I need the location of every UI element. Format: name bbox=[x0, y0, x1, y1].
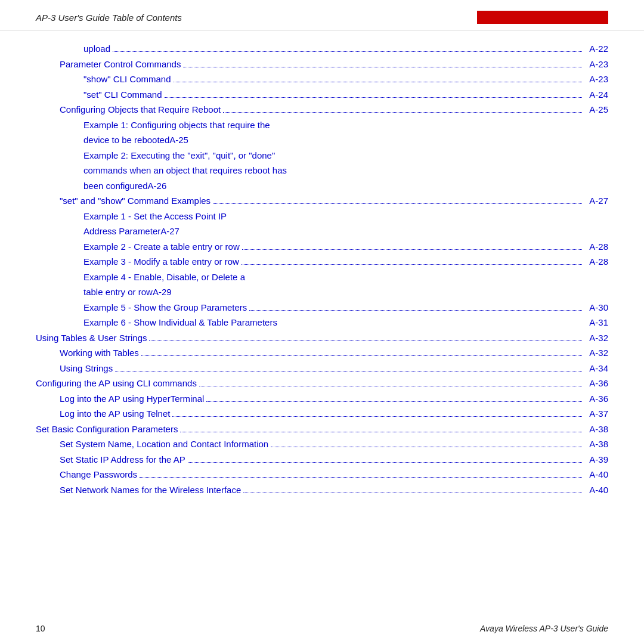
page-ref: A-28 bbox=[584, 239, 608, 255]
page-ref: A-32 bbox=[584, 345, 608, 361]
page-ref: A-23 bbox=[584, 57, 608, 72]
entry-label: "set" CLI Command bbox=[83, 87, 162, 103]
list-item[interactable]: "set" CLI CommandA-24 bbox=[36, 87, 608, 103]
list-item[interactable]: Using Tables & User StringsA-32 bbox=[36, 330, 608, 346]
entry-label: Log into the AP using Telnet bbox=[60, 406, 170, 422]
page-header: AP-3 User's Guide Table of Contents bbox=[0, 0, 644, 30]
footer-book-title: Avaya Wireless AP-3 User's Guide bbox=[480, 624, 608, 633]
page-ref: A-24 bbox=[584, 87, 608, 103]
entry-label: device to be rebooted bbox=[83, 132, 169, 148]
entry-label: Configuring the AP using CLI commands bbox=[36, 376, 197, 391]
entry-label: Using Tables & User Strings bbox=[36, 330, 147, 346]
entry-label: Set Network Names for the Wireless Inter… bbox=[60, 482, 241, 498]
entry-label: commands when an object that requires re… bbox=[83, 165, 287, 175]
list-item[interactable]: Example 5 - Show the Group ParametersA-3… bbox=[36, 300, 608, 315]
list-item[interactable]: Configuring the AP using CLI commandsA-3… bbox=[36, 376, 608, 391]
entry-label: Example 5 - Show the Group Parameters bbox=[83, 300, 247, 315]
entry-label: "show" CLI Command bbox=[83, 72, 171, 87]
list-item[interactable]: Example 2 - Create a table entry or rowA… bbox=[36, 239, 608, 255]
page-ref: A-36 bbox=[584, 391, 608, 407]
page-ref: A-39 bbox=[584, 452, 608, 467]
list-item[interactable]: Example 3 - Modify a table entry or rowA… bbox=[36, 254, 608, 270]
entry-label: Configuring Objects that Require Reboot bbox=[60, 102, 221, 117]
page-ref: A-38 bbox=[584, 422, 608, 437]
list-item[interactable]: Example 1: Configuring objects that requ… bbox=[36, 117, 608, 148]
entry-label: Example 6 - Show Individual & Table Para… bbox=[83, 315, 277, 330]
page-ref: A-28 bbox=[584, 254, 608, 270]
page-ref: A-29 bbox=[153, 284, 172, 300]
entry-label: Set System Name, Location and Contact In… bbox=[60, 436, 268, 452]
page-ref: A-26 bbox=[148, 178, 167, 194]
page-ref: A-40 bbox=[584, 482, 608, 498]
page-ref: A-22 bbox=[584, 41, 608, 57]
page-ref: A-25 bbox=[584, 102, 608, 117]
list-item[interactable]: Set System Name, Location and Contact In… bbox=[36, 436, 608, 452]
page-ref: A-23 bbox=[584, 72, 608, 87]
page-ref: A-30 bbox=[584, 300, 608, 315]
page-ref: A-32 bbox=[584, 330, 608, 346]
page-ref: A-40 bbox=[584, 467, 608, 482]
list-item[interactable]: Example 2: Executing the "exit", "quit",… bbox=[36, 148, 608, 194]
entry-label: Change Passwords bbox=[60, 467, 137, 482]
entry-label: Log into the AP using HyperTerminal bbox=[60, 391, 204, 407]
page-ref: A-31 bbox=[584, 315, 608, 330]
entry-label: Set Basic Configuration Parameters bbox=[36, 422, 178, 437]
list-item[interactable]: Using StringsA-34 bbox=[36, 361, 608, 376]
page-ref: A-34 bbox=[584, 361, 608, 376]
list-item[interactable]: "set" and "show" Command ExamplesA-27 bbox=[36, 193, 608, 209]
page-footer: 10 Avaya Wireless AP-3 User's Guide bbox=[0, 618, 644, 644]
page-ref: A-36 bbox=[584, 376, 608, 391]
toc-content: uploadA-22Parameter Control CommandsA-23… bbox=[0, 30, 644, 618]
entry-label: Example 2: Executing the "exit", "quit",… bbox=[83, 150, 275, 160]
list-item[interactable]: uploadA-22 bbox=[36, 41, 608, 57]
list-item[interactable]: Change PasswordsA-40 bbox=[36, 467, 608, 482]
list-item[interactable]: Log into the AP using HyperTerminalA-36 bbox=[36, 391, 608, 407]
entry-label: table entry or row bbox=[83, 284, 153, 300]
entry-label: "set" and "show" Command Examples bbox=[60, 193, 210, 209]
entry-label: Example 2 - Create a table entry or row bbox=[83, 239, 240, 255]
header-title: AP-3 User's Guide Table of Contents bbox=[36, 13, 182, 23]
entry-label: been configured bbox=[83, 178, 148, 194]
list-item[interactable]: Set Basic Configuration ParametersA-38 bbox=[36, 422, 608, 437]
entry-label: Using Strings bbox=[60, 361, 113, 376]
entry-label: Example 1: Configuring objects that requ… bbox=[83, 120, 270, 130]
page-ref: A-25 bbox=[169, 132, 188, 148]
entry-label: Parameter Control Commands bbox=[60, 57, 181, 72]
page-ref: A-27 bbox=[160, 224, 179, 239]
entry-label: Set Static IP Address for the AP bbox=[60, 452, 185, 467]
page-ref: A-27 bbox=[584, 193, 608, 209]
entry-label: Example 1 - Set the Access Point IP bbox=[83, 211, 227, 221]
page: AP-3 User's Guide Table of Contents uplo… bbox=[0, 0, 644, 644]
list-item[interactable]: Set Static IP Address for the APA-39 bbox=[36, 452, 608, 467]
entry-label: Working with Tables bbox=[60, 345, 139, 361]
page-ref: A-38 bbox=[584, 436, 608, 452]
entry-label: Example 4 - Enable, Disable, or Delete a bbox=[83, 272, 245, 282]
list-item[interactable]: Log into the AP using TelnetA-37 bbox=[36, 406, 608, 422]
list-item[interactable]: "show" CLI CommandA-23 bbox=[36, 72, 608, 87]
list-item[interactable]: Example 1 - Set the Access Point IPAddre… bbox=[36, 209, 608, 239]
entry-label: Example 3 - Modify a table entry or row bbox=[83, 254, 239, 270]
header-bar bbox=[477, 11, 608, 24]
list-item[interactable]: Example 4 - Enable, Disable, or Delete a… bbox=[36, 270, 608, 300]
footer-page-number: 10 bbox=[36, 624, 45, 633]
page-ref: A-37 bbox=[584, 406, 608, 422]
list-item[interactable]: Set Network Names for the Wireless Inter… bbox=[36, 482, 608, 498]
list-item[interactable]: Configuring Objects that Require RebootA… bbox=[36, 102, 608, 117]
list-item[interactable]: Parameter Control CommandsA-23 bbox=[36, 57, 608, 72]
list-item[interactable]: Example 6 - Show Individual & Table Para… bbox=[36, 315, 608, 330]
entry-label: Address Parameter bbox=[83, 224, 160, 239]
entry-label: upload bbox=[83, 41, 110, 57]
list-item[interactable]: Working with TablesA-32 bbox=[36, 345, 608, 361]
